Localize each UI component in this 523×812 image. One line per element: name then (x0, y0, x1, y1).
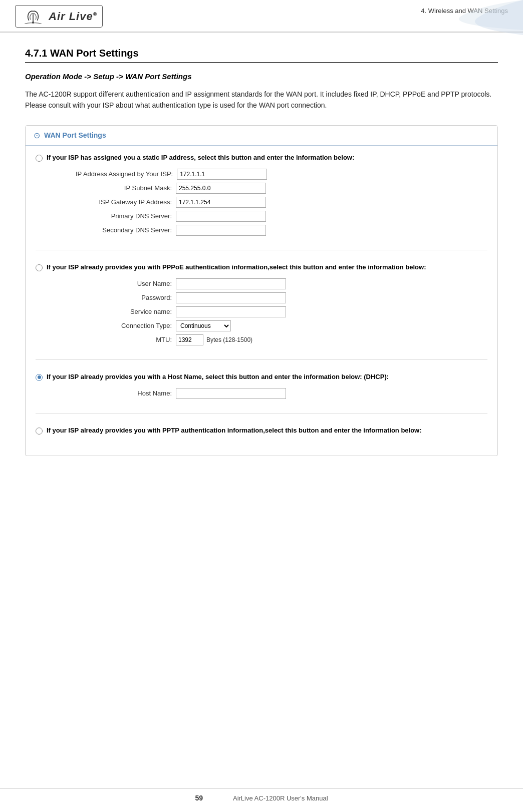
primary-dns-field[interactable] (176, 211, 266, 222)
form-row: IP Address Assigned by Your ISP: (76, 169, 487, 180)
username-label: User Name: (76, 280, 176, 287)
mtu-hint: Bytes (128-1500) (206, 336, 252, 343)
ip-address-label: IP Address Assigned by Your ISP: (76, 170, 177, 178)
connection-type-select[interactable]: Continuous On Demand Manual (176, 320, 231, 331)
divider (36, 413, 487, 414)
mtu-field[interactable] (176, 334, 203, 345)
host-name-label: Host Name: (76, 389, 176, 397)
primary-dns-label: Primary DNS Server: (76, 212, 176, 220)
header-title: 4. Wireless and WAN Settings (421, 5, 508, 15)
static-ip-header: If your ISP has assigned you a static IP… (36, 154, 487, 162)
wan-panel: ⊙ WAN Port Settings If your ISP has assi… (25, 125, 498, 456)
dhcp-section: If your ISP already provides you with a … (26, 365, 497, 408)
pppoe-form: User Name: Password: Service name: Conne… (76, 278, 487, 345)
secondary-dns-label: Secondary DNS Server: (76, 226, 176, 234)
password-label: Password: (76, 294, 176, 301)
subnet-mask-field[interactable] (176, 183, 266, 194)
description-text: The AC-1200R support different authentic… (25, 89, 498, 111)
secondary-dns-field[interactable] (176, 225, 266, 236)
form-row: Service name: (76, 306, 487, 317)
service-name-label: Service name: (76, 308, 176, 315)
logo-area: Air Live® (15, 5, 103, 28)
gateway-label: ISP Gateway IP Address: (76, 198, 176, 206)
form-row: Secondary DNS Server: (76, 225, 487, 236)
panel-title: WAN Port Settings (44, 131, 106, 139)
main-content: 4.7.1 WAN Port Settings Operation Mode -… (0, 33, 523, 476)
ip-address-field[interactable] (177, 169, 267, 180)
logo-box: Air Live® (15, 5, 103, 28)
pppoe-section: If your ISP already provides you with PP… (26, 255, 497, 354)
form-row: Primary DNS Server: (76, 211, 487, 222)
wan-panel-header: ⊙ WAN Port Settings (26, 126, 497, 146)
page-footer: 59 AirLive AC-1200R User's Manual (0, 788, 523, 802)
form-row: IP Subnet Mask: (76, 183, 487, 194)
section-title: 4.7.1 WAN Port Settings (25, 48, 498, 63)
mtu-label: MTU: (76, 336, 176, 343)
pptp-section: If your ISP already provides you with PP… (26, 419, 497, 446)
pppoe-label: If your ISP already provides you with PP… (47, 263, 426, 271)
host-name-field[interactable] (176, 388, 286, 399)
mtu-row: MTU: Bytes (128-1500) (76, 334, 487, 345)
logo-text: Air Live® (49, 10, 97, 23)
airlive-logo-icon (21, 8, 46, 25)
gateway-field[interactable] (176, 197, 266, 208)
panel-icon: ⊙ (34, 131, 40, 140)
pptp-header: If your ISP already provides you with PP… (36, 427, 487, 435)
static-ip-label: If your ISP has assigned you a static IP… (47, 154, 354, 161)
mtu-input-group: Bytes (128-1500) (176, 334, 252, 345)
divider (36, 250, 487, 250)
form-row: Password: (76, 292, 487, 303)
dhcp-label: If your ISP already provides you with a … (47, 373, 389, 380)
dhcp-radio[interactable] (36, 374, 43, 381)
page-header: Air Live® 4. Wireless and WAN Settings (0, 0, 523, 33)
form-row: User Name: (76, 278, 487, 289)
static-ip-form: IP Address Assigned by Your ISP: IP Subn… (76, 169, 487, 236)
password-field[interactable] (176, 292, 286, 303)
pppoe-radio[interactable] (36, 264, 43, 271)
service-name-field[interactable] (176, 306, 286, 317)
static-ip-section: If your ISP has assigned you a static IP… (26, 146, 497, 245)
operation-mode: Operation Mode -> Setup -> WAN Port Sett… (25, 72, 498, 81)
form-row: Host Name: (76, 388, 487, 399)
pptp-radio[interactable] (36, 428, 43, 435)
page-number: 59 (195, 794, 203, 802)
dhcp-form: Host Name: (76, 388, 487, 399)
form-row: ISP Gateway IP Address: (76, 197, 487, 208)
pptp-label: If your ISP already provides you with PP… (47, 427, 422, 434)
connection-type-row: Connection Type: Continuous On Demand Ma… (76, 320, 487, 331)
subnet-mask-label: IP Subnet Mask: (76, 184, 176, 192)
dhcp-header: If your ISP already provides you with a … (36, 373, 487, 381)
static-ip-radio[interactable] (36, 155, 43, 162)
pppoe-header: If your ISP already provides you with PP… (36, 263, 487, 271)
username-field[interactable] (176, 278, 286, 289)
footer-brand: AirLive AC-1200R User's Manual (233, 794, 328, 802)
connection-type-label: Connection Type: (76, 322, 176, 329)
divider (36, 359, 487, 360)
